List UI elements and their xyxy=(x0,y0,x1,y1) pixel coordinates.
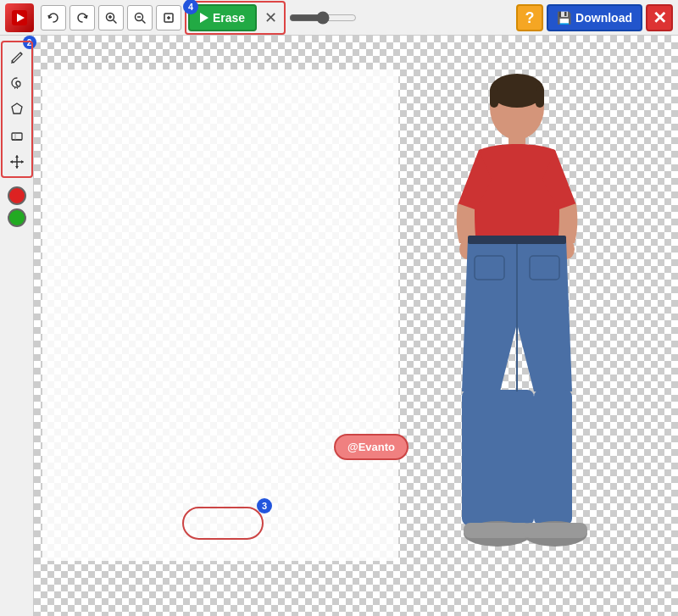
svg-rect-14 xyxy=(12,133,22,140)
annotation-label[interactable]: @Evanto xyxy=(334,434,408,460)
svg-line-8 xyxy=(142,20,145,23)
eraser-tool-button[interactable] xyxy=(5,124,29,147)
zoom-out-button[interactable] xyxy=(127,5,153,31)
svg-rect-29 xyxy=(462,390,534,525)
svg-line-5 xyxy=(114,20,116,23)
floppy-icon: 💾 xyxy=(557,11,571,25)
zoom-in-button[interactable] xyxy=(98,5,124,31)
svg-marker-13 xyxy=(12,103,22,114)
close-button[interactable]: ✕ xyxy=(646,4,673,31)
erase-label: Erase xyxy=(213,11,245,25)
svg-rect-37 xyxy=(464,523,531,538)
erase-badge: 4 xyxy=(183,0,198,14)
person-figure xyxy=(424,69,610,595)
zoom-fit-button[interactable] xyxy=(156,5,181,31)
help-button[interactable]: ? xyxy=(516,4,543,31)
svg-rect-34 xyxy=(468,236,566,244)
annotation-wrapper: @Evanto 3 xyxy=(182,507,264,540)
erased-region xyxy=(42,69,398,561)
svg-rect-24 xyxy=(490,86,498,108)
annotation-badge: 3 xyxy=(257,498,272,513)
cancel-erase-button[interactable]: ✕ xyxy=(258,6,282,30)
canvas-area[interactable]: @Evanto 3 xyxy=(34,36,678,616)
svg-rect-25 xyxy=(536,86,544,108)
svg-marker-21 xyxy=(21,160,24,164)
redo-button[interactable] xyxy=(69,5,95,31)
left-sidebar: 2 xyxy=(0,36,34,616)
svg-rect-30 xyxy=(534,390,572,525)
download-label: Download xyxy=(575,11,632,25)
svg-marker-19 xyxy=(15,166,19,169)
svg-rect-38 xyxy=(523,523,587,538)
move-tool-button[interactable] xyxy=(5,150,29,174)
annotation-text: @Evanto xyxy=(347,441,395,453)
help-label: ? xyxy=(525,9,535,27)
foreground-color-swatch[interactable] xyxy=(8,186,26,205)
undo-button[interactable] xyxy=(41,5,66,31)
app-logo xyxy=(5,3,34,32)
brush-size-slider[interactable] xyxy=(289,11,357,25)
background-color-swatch[interactable] xyxy=(8,208,26,227)
pencil-tool-button[interactable] xyxy=(5,45,29,69)
erase-button[interactable]: 4 Erase xyxy=(188,4,257,31)
close-label: ✕ xyxy=(653,8,667,28)
erase-area: 4 Erase ✕ xyxy=(185,1,286,35)
polygon-tool-button[interactable] xyxy=(5,97,29,121)
sidebar-tools xyxy=(1,41,33,178)
svg-marker-20 xyxy=(10,160,13,164)
download-button[interactable]: 💾 Download xyxy=(547,4,642,31)
annotation-border: @Evanto xyxy=(182,507,264,540)
lasso-tool-button[interactable] xyxy=(5,71,29,95)
right-toolbar: ? 💾 Download ✕ xyxy=(511,0,678,36)
svg-marker-18 xyxy=(15,155,19,158)
